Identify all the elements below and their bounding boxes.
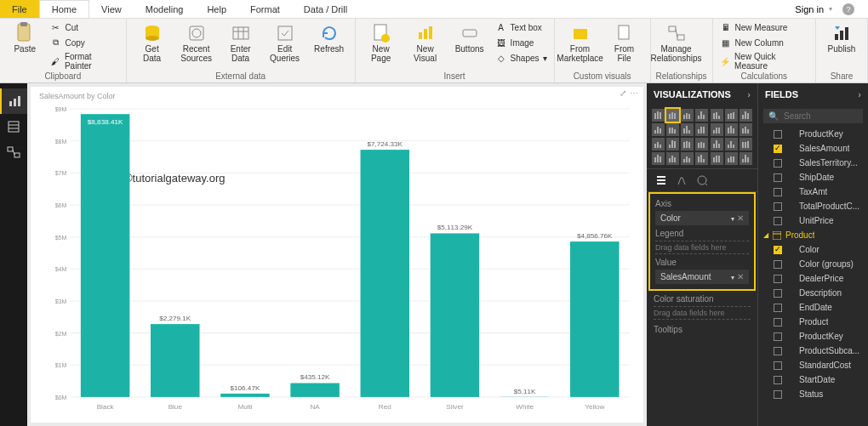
checkbox[interactable] xyxy=(774,376,782,384)
checkbox[interactable] xyxy=(774,361,782,370)
format-tab-icon[interactable] xyxy=(676,174,688,186)
viz-type-icon[interactable] xyxy=(695,138,708,151)
axis-field-pill[interactable]: Color▾ ✕ xyxy=(655,211,749,225)
viz-type-icon[interactable] xyxy=(695,152,708,165)
bar[interactable] xyxy=(151,324,200,397)
format-painter-button[interactable]: 🖌Format Painter xyxy=(48,51,120,71)
viz-type-icon[interactable] xyxy=(740,109,752,122)
get-data-button[interactable]: Get Data xyxy=(132,20,173,65)
checkbox[interactable] xyxy=(774,145,782,153)
from-file-button[interactable]: From File xyxy=(604,20,645,65)
viz-type-icon[interactable] xyxy=(666,138,679,151)
value-field-pill[interactable]: SalesAmount▾ ✕ xyxy=(655,270,749,284)
checkbox[interactable] xyxy=(774,260,782,269)
field-item[interactable]: UnitPrice xyxy=(758,213,868,228)
viz-type-icon[interactable] xyxy=(695,109,708,122)
remove-field-icon[interactable]: ✕ xyxy=(737,272,744,281)
checkbox[interactable] xyxy=(774,173,782,182)
field-item[interactable]: Product xyxy=(758,315,868,329)
new-quick-measure-button[interactable]: ⚡New Quick Measure xyxy=(718,51,810,71)
viz-type-icon[interactable] xyxy=(681,123,694,136)
viz-type-icon[interactable] xyxy=(652,138,665,151)
viz-type-icon[interactable] xyxy=(740,152,752,165)
chevron-right-icon[interactable]: › xyxy=(858,89,861,99)
viz-type-icon[interactable] xyxy=(652,109,665,122)
field-item[interactable]: Color xyxy=(758,242,868,257)
field-item[interactable]: ShipDate xyxy=(758,170,868,185)
checkbox[interactable] xyxy=(774,159,782,168)
field-item[interactable]: ProductKey xyxy=(758,127,868,141)
chart-visual[interactable]: SalesAmount by Color ⤢ ⋯ ©tutorialgatewa… xyxy=(31,87,643,423)
checkbox[interactable] xyxy=(774,347,782,355)
bar[interactable] xyxy=(431,233,480,397)
focus-mode-icon[interactable]: ⤢ xyxy=(620,88,626,98)
checkbox[interactable] xyxy=(774,130,782,139)
viz-type-icon[interactable] xyxy=(725,138,738,151)
new-column-button[interactable]: ▦New Column xyxy=(718,36,810,49)
checkbox[interactable] xyxy=(774,246,782,254)
chevron-right-icon[interactable]: › xyxy=(747,89,751,99)
publish-button[interactable]: Publish xyxy=(821,20,862,55)
bar[interactable] xyxy=(81,114,130,397)
viz-type-icon[interactable] xyxy=(666,109,679,122)
enter-data-button[interactable]: Enter Data xyxy=(220,20,261,65)
viz-type-icon[interactable] xyxy=(666,123,679,136)
viz-type-icon[interactable] xyxy=(652,152,665,165)
field-item[interactable]: ProductKey xyxy=(758,329,868,344)
fields-tab-icon[interactable] xyxy=(655,174,667,186)
copy-button[interactable]: ⧉Copy xyxy=(48,36,120,49)
new-measure-button[interactable]: 🖩New Measure xyxy=(718,20,810,34)
new-visual-button[interactable]: New Visual xyxy=(405,20,446,65)
buttons-button[interactable]: Buttons xyxy=(449,20,490,55)
checkbox[interactable] xyxy=(774,217,782,225)
bar[interactable] xyxy=(290,383,340,397)
tab-file[interactable]: File xyxy=(0,0,39,18)
shapes-button[interactable]: ◇Shapes ▾ xyxy=(494,51,549,65)
search-input[interactable] xyxy=(784,111,852,121)
viz-type-icon[interactable] xyxy=(711,138,723,151)
model-view-button[interactable] xyxy=(0,139,27,165)
tab-modeling[interactable]: Modeling xyxy=(134,0,196,18)
field-item[interactable]: TaxAmt xyxy=(758,185,868,199)
analytics-tab-icon[interactable] xyxy=(696,174,708,186)
report-canvas[interactable]: SalesAmount by Color ⤢ ⋯ ©tutorialgatewa… xyxy=(27,83,647,426)
refresh-button[interactable]: Refresh xyxy=(309,20,350,55)
field-item[interactable]: EndDate xyxy=(758,300,868,315)
tab-help[interactable]: Help xyxy=(195,0,238,18)
field-item[interactable]: StartDate xyxy=(758,372,868,387)
sign-in-link[interactable]: Sign in▾ ? xyxy=(786,0,868,18)
image-button[interactable]: 🖼Image xyxy=(494,36,549,49)
paste-button[interactable]: Paste xyxy=(5,20,44,55)
report-view-button[interactable] xyxy=(0,88,27,114)
checkbox[interactable] xyxy=(774,188,782,196)
bar[interactable] xyxy=(220,394,270,397)
new-page-button[interactable]: New Page xyxy=(361,20,402,65)
checkbox[interactable] xyxy=(774,275,782,283)
viz-type-icon[interactable] xyxy=(681,152,694,165)
viz-type-icon[interactable] xyxy=(681,109,694,122)
field-item[interactable]: StandardCost xyxy=(758,358,868,372)
viz-type-icon[interactable] xyxy=(725,123,738,136)
legend-drop-zone[interactable]: Drag data fields here xyxy=(655,241,749,254)
viz-type-icon[interactable] xyxy=(681,138,694,151)
textbox-button[interactable]: AText box xyxy=(494,20,549,34)
viz-type-icon[interactable] xyxy=(695,123,708,136)
viz-type-icon[interactable] xyxy=(652,123,665,136)
viz-type-icon[interactable] xyxy=(740,138,752,151)
checkbox[interactable] xyxy=(774,304,782,312)
manage-relationships-button[interactable]: Manage Relationships xyxy=(656,20,697,65)
viz-type-icon[interactable] xyxy=(711,109,723,122)
tab-home[interactable]: Home xyxy=(39,0,89,18)
fields-search[interactable]: 🔍 xyxy=(763,109,863,123)
field-item[interactable]: Description xyxy=(758,286,868,300)
tab-format[interactable]: Format xyxy=(238,0,292,18)
checkbox[interactable] xyxy=(774,332,782,341)
data-view-button[interactable] xyxy=(0,114,27,139)
bar[interactable] xyxy=(361,150,410,397)
viz-type-icon[interactable] xyxy=(711,123,723,136)
remove-field-icon[interactable]: ✕ xyxy=(737,213,744,223)
edit-queries-button[interactable]: Edit Queries xyxy=(265,20,306,65)
viz-type-icon[interactable] xyxy=(725,152,738,165)
more-options-icon[interactable]: ⋯ xyxy=(630,88,638,98)
viz-type-icon[interactable] xyxy=(740,123,752,136)
